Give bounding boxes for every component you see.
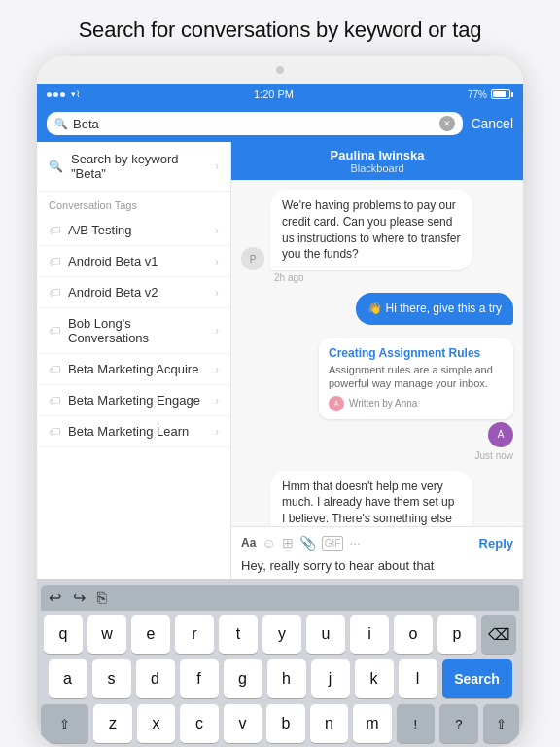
key-excl[interactable]: ! xyxy=(397,704,435,743)
conversation-header: Paulina Iwinska Blackboard xyxy=(231,142,523,180)
key-e[interactable]: e xyxy=(131,615,170,654)
key-i[interactable]: i xyxy=(350,615,389,654)
tag-item-1[interactable]: 🏷 Android Beta v1 › xyxy=(37,246,230,277)
tag-icon: 🏷 xyxy=(49,394,60,408)
key-search[interactable]: Search xyxy=(442,659,512,698)
key-n[interactable]: n xyxy=(310,704,348,743)
tag-label-5: Beta Marketing Engage xyxy=(68,393,207,408)
left-panel: 🔍 Search by keyword "Beta" › Conversatio… xyxy=(37,142,231,579)
key-question[interactable]: ? xyxy=(439,704,477,743)
undo-icon[interactable]: ↩ xyxy=(49,588,61,607)
gif-icon[interactable]: GIF xyxy=(322,536,344,551)
message-received-3: P Hmm that doesn't help me very much. I … xyxy=(241,471,472,526)
tag-label-0: A/B Testing xyxy=(68,223,207,237)
key-shift[interactable]: ⇧ xyxy=(41,704,88,743)
tags-section-label: Conversation Tags xyxy=(37,192,230,215)
key-r[interactable]: r xyxy=(175,615,214,654)
article-card[interactable]: Creating Assignment Rules Assignment rul… xyxy=(241,335,513,461)
tag-label-1: Android Beta v1 xyxy=(68,254,207,268)
key-c[interactable]: c xyxy=(180,704,218,743)
key-w[interactable]: w xyxy=(88,615,126,654)
key-a[interactable]: a xyxy=(49,659,88,698)
attachment-icon[interactable]: 📎 xyxy=(299,535,316,551)
keyboard-row-1: q w e r t y u i o p ⌫ xyxy=(41,615,519,654)
more-icon[interactable]: ··· xyxy=(349,535,361,551)
status-bar: ▾⌇ 1:20 PM 77% xyxy=(37,84,523,105)
chevron-right-icon: › xyxy=(215,425,219,439)
key-s[interactable]: s xyxy=(92,659,131,698)
key-q[interactable]: q xyxy=(44,615,83,654)
tag-item-2[interactable]: 🏷 Android Beta v2 › xyxy=(37,277,230,308)
key-y[interactable]: y xyxy=(262,615,301,654)
chevron-right-icon: › xyxy=(215,160,219,173)
tag-item-3[interactable]: 🏷 Bob Long's Conversations › xyxy=(37,308,230,354)
key-l[interactable]: l xyxy=(399,659,438,698)
chevron-right-icon: › xyxy=(215,286,219,300)
avatar-agent: A xyxy=(488,422,513,447)
emoji-icon[interactable]: ☺ xyxy=(262,535,275,551)
search-icon-sm: 🔍 xyxy=(49,160,63,173)
tag-item-0[interactable]: 🏷 A/B Testing › xyxy=(37,215,230,246)
clear-search-button[interactable]: ✕ xyxy=(439,116,455,131)
key-o[interactable]: o xyxy=(394,615,433,654)
redo-icon[interactable]: ↪ xyxy=(73,588,86,607)
key-p[interactable]: p xyxy=(438,615,476,654)
wifi-icon: ▾⌇ xyxy=(71,89,80,99)
message-bubble-1: 👋 Hi there, give this a try xyxy=(356,293,513,325)
avatar-contact: P xyxy=(241,247,264,270)
reply-draft[interactable]: Hey, really sorry to hear about that xyxy=(231,558,523,579)
reply-button[interactable]: Reply xyxy=(479,536,513,551)
key-u[interactable]: u xyxy=(306,615,345,654)
key-g[interactable]: g xyxy=(224,659,262,698)
right-panel: Paulina Iwinska Blackboard P We're havin… xyxy=(231,142,523,579)
contact-name: Paulina Iwinska xyxy=(243,148,511,162)
key-j[interactable]: j xyxy=(311,659,350,698)
device-top-bar xyxy=(37,56,523,84)
tag-icon: 🏷 xyxy=(49,324,60,338)
key-t[interactable]: t xyxy=(219,615,258,654)
aa-button[interactable]: Aa xyxy=(241,536,256,550)
device-frame: ▾⌇ 1:20 PM 77% 🔍 Beta ✕ Cancel xyxy=(37,56,523,747)
search-input-wrapper[interactable]: 🔍 Beta ✕ xyxy=(47,112,463,135)
message-sent-1: 👋 Hi there, give this a try xyxy=(241,293,513,325)
chevron-right-icon: › xyxy=(215,394,219,408)
clipboard-icon[interactable]: ⎘ xyxy=(97,589,107,607)
keyword-search-item[interactable]: 🔍 Search by keyword "Beta" › xyxy=(37,142,230,192)
cancel-button[interactable]: Cancel xyxy=(471,116,513,131)
tag-icon: 🏷 xyxy=(49,425,60,439)
article-title: Creating Assignment Rules xyxy=(329,346,504,360)
key-v[interactable]: v xyxy=(224,704,262,743)
page-heading: Search for conversations by keyword or t… xyxy=(59,0,502,56)
key-x[interactable]: x xyxy=(137,704,175,743)
keyword-search-label: Search by keyword "Beta" xyxy=(71,152,207,181)
keyboard: ↩ ↪ ⎘ q w e r t y u i o p ⌫ xyxy=(37,579,523,747)
message-bubble-3: Hmm that doesn't help me very much. I al… xyxy=(270,471,472,526)
key-b[interactable]: b xyxy=(266,704,304,743)
tag-label-3: Bob Long's Conversations xyxy=(68,316,207,345)
key-z[interactable]: z xyxy=(93,704,131,743)
tag-icon: 🏷 xyxy=(49,224,60,237)
tag-icon: 🏷 xyxy=(49,286,60,300)
key-h[interactable]: h xyxy=(267,659,306,698)
status-time: 1:20 PM xyxy=(254,89,294,100)
image-icon[interactable]: ⊞ xyxy=(282,535,294,551)
tag-item-4[interactable]: 🏷 Beta Marketing Acquire › xyxy=(37,354,230,385)
key-f[interactable]: f xyxy=(180,659,219,698)
keyboard-row-2: a s d f g h j k l Search xyxy=(41,659,519,698)
chevron-right-icon: › xyxy=(215,224,219,237)
message-bubble-0: We're having problems to pay our credit … xyxy=(270,190,472,270)
key-k[interactable]: k xyxy=(355,659,394,698)
key-d[interactable]: d xyxy=(136,659,175,698)
tag-item-6[interactable]: 🏷 Beta Marketing Learn › xyxy=(37,416,230,447)
key-delete[interactable]: ⌫ xyxy=(481,615,516,654)
key-m[interactable]: m xyxy=(353,704,391,743)
message-just-now: Just now xyxy=(475,450,513,461)
tag-label-2: Android Beta v2 xyxy=(68,285,207,300)
message-received-0: P We're having problems to pay our credi… xyxy=(241,190,472,270)
device-camera xyxy=(276,66,284,74)
tag-item-5[interactable]: 🏷 Beta Marketing Engage › xyxy=(37,385,230,416)
search-bar: 🔍 Beta ✕ Cancel xyxy=(37,105,523,142)
keyboard-row-3: ⇧ z x c v b n m ! ? ⇧ xyxy=(41,704,519,743)
key-shift-right[interactable]: ⇧ xyxy=(483,704,519,743)
messages-area: P We're having problems to pay our credi… xyxy=(231,180,523,526)
